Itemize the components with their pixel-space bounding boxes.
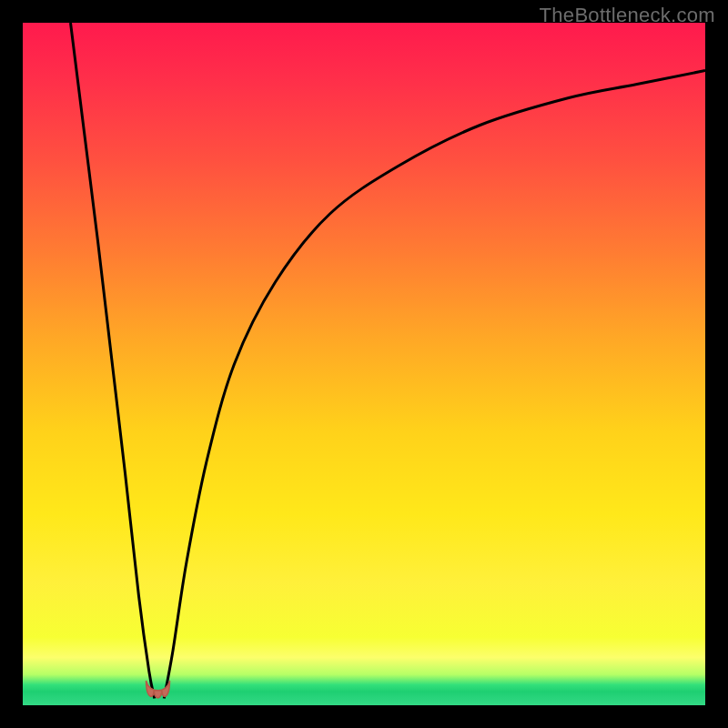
right-branch-curve (164, 71, 705, 699)
chart-frame: TheBottleneck.com (0, 0, 728, 728)
curve-layer (23, 23, 705, 705)
left-branch-curve (71, 23, 155, 699)
plot-area (23, 23, 705, 705)
